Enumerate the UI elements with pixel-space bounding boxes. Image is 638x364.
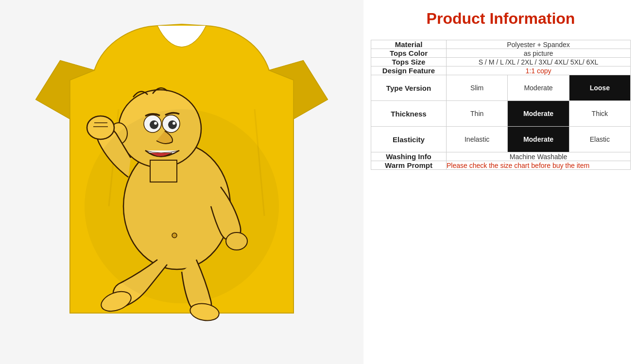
table-row: Tops Coloras picture bbox=[371, 49, 631, 58]
option-slim[interactable]: Slim bbox=[447, 75, 508, 100]
table-row: MaterialPolyester + Spandex bbox=[371, 40, 631, 49]
row-value: Polyester + Spandex bbox=[447, 40, 631, 49]
option-inelastic[interactable]: Inelastic bbox=[447, 127, 508, 152]
row-value: as picture bbox=[447, 49, 631, 58]
product-info-section: Product Information MaterialPolyester + … bbox=[363, 0, 638, 364]
row-value: S / M / L /XL / 2XL / 3XL/ 4XL/ 5XL/ 6XL bbox=[447, 58, 631, 66]
table-row: Type VersionSlimModerateLoose bbox=[371, 75, 631, 101]
row-label: Tops Size bbox=[371, 58, 447, 66]
table-row: ElasticityInelasticModerateElastic bbox=[371, 127, 631, 152]
tshirt-image bbox=[21, 12, 342, 352]
svg-point-12 bbox=[87, 116, 114, 139]
row-value[interactable]: SlimModerateLoose bbox=[447, 75, 631, 101]
table-row: Tops SizeS / M / L /XL / 2XL / 3XL/ 4XL/… bbox=[371, 58, 631, 66]
svg-point-19 bbox=[85, 109, 279, 303]
row-label: Warm Prompt bbox=[371, 161, 447, 170]
table-row: Washing InfoMachine Washable bbox=[371, 152, 631, 161]
row-value[interactable]: InelasticModerateElastic bbox=[447, 127, 631, 152]
row-label: Thickness bbox=[371, 101, 447, 127]
product-info-title: Product Information bbox=[371, 5, 631, 33]
option-elastic[interactable]: Elastic bbox=[569, 127, 630, 152]
table-row: Warm PromptPlease check the size chart b… bbox=[371, 161, 631, 170]
row-label: Washing Info bbox=[371, 152, 447, 161]
row-label: Elasticity bbox=[371, 127, 447, 152]
row-label: Design Feature bbox=[371, 66, 447, 75]
row-value: Machine Washable bbox=[447, 152, 631, 161]
row-value[interactable]: ThinModerateThick bbox=[447, 101, 631, 127]
option-thin[interactable]: Thin bbox=[447, 101, 508, 126]
row-value: Please check the size chart before buy t… bbox=[447, 161, 631, 170]
product-info-table: MaterialPolyester + SpandexTops Coloras … bbox=[371, 40, 631, 170]
row-value: 1:1 copy bbox=[447, 66, 631, 75]
product-image-section bbox=[0, 0, 363, 364]
row-label: Tops Color bbox=[371, 49, 447, 58]
option-moderate[interactable]: Moderate bbox=[508, 101, 569, 126]
option-moderate[interactable]: Moderate bbox=[508, 127, 569, 152]
row-label: Type Version bbox=[371, 75, 447, 101]
row-label: Material bbox=[371, 40, 447, 49]
table-row: ThicknessThinModerateThick bbox=[371, 101, 631, 127]
option-moderate[interactable]: Moderate bbox=[508, 75, 569, 100]
option-loose[interactable]: Loose bbox=[569, 75, 630, 100]
table-row: Design Feature1:1 copy bbox=[371, 66, 631, 75]
option-thick[interactable]: Thick bbox=[569, 101, 630, 126]
